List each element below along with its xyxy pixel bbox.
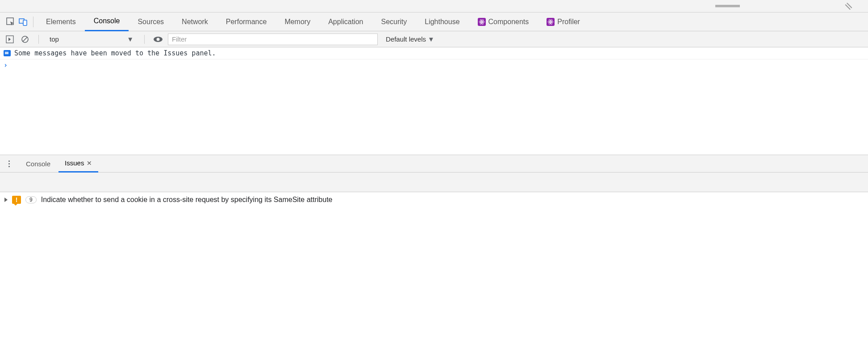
issues-panel: ! 9 Indicate whether to send a cookie in…: [0, 192, 868, 207]
svg-rect-2: [23, 20, 27, 25]
drawer-tab-issues[interactable]: Issues ✕: [58, 155, 98, 173]
divider: [33, 17, 33, 27]
issue-row[interactable]: ! 9 Indicate whether to send a cookie in…: [4, 196, 864, 204]
prompt-chevron-icon: ›: [4, 61, 8, 69]
clear-console-icon[interactable]: [20, 34, 30, 45]
levels-label: Default levels: [386, 35, 426, 43]
issue-count-badge: 9: [25, 196, 37, 203]
tab-label: Console: [94, 17, 120, 25]
tab-security[interactable]: Security: [372, 13, 416, 31]
tab-label: Components: [488, 18, 529, 26]
console-toolbar: top ▼ Default levels ▼: [0, 31, 868, 47]
log-levels-selector[interactable]: Default levels ▼: [382, 35, 438, 43]
tab-label: Sources: [138, 18, 164, 26]
resize-handle-icon[interactable]: [845, 2, 852, 9]
tab-label: Security: [381, 18, 407, 26]
tab-label: Profiler: [557, 18, 580, 26]
drawer-tab-console[interactable]: Console: [20, 155, 57, 173]
info-message: Some messages have been moved to the Iss…: [14, 49, 216, 57]
tab-components[interactable]: Components: [469, 13, 538, 31]
tab-network[interactable]: Network: [173, 13, 217, 31]
main-tab-bar: Elements Console Sources Network Perform…: [0, 13, 868, 31]
tab-elements[interactable]: Elements: [37, 13, 85, 31]
tab-label: Memory: [284, 18, 310, 26]
chevron-down-icon: ▼: [428, 35, 434, 43]
divider: [38, 35, 39, 44]
tab-profiler[interactable]: Profiler: [538, 13, 589, 31]
close-icon[interactable]: ✕: [87, 160, 92, 167]
drawer-tab-label: Issues: [65, 159, 84, 167]
console-prompt-row[interactable]: ›: [0, 59, 868, 71]
drawer-tab-label: Console: [26, 160, 50, 168]
svg-point-3: [481, 21, 482, 22]
tab-performance[interactable]: Performance: [217, 13, 276, 31]
filter-input[interactable]: [168, 34, 378, 45]
react-icon: [478, 18, 486, 26]
tab-label: Elements: [46, 18, 76, 26]
tab-lighthouse[interactable]: Lighthouse: [416, 13, 468, 31]
drawer-tab-bar: Console Issues ✕: [0, 155, 868, 173]
context-label: top: [50, 35, 59, 43]
expand-arrow-icon[interactable]: [4, 198, 8, 202]
tab-label: Network: [182, 18, 208, 26]
tab-label: Performance: [226, 18, 267, 26]
tab-console[interactable]: Console: [85, 13, 129, 31]
drag-handle-icon[interactable]: [715, 5, 740, 7]
drawer-toolbar-spacer: [0, 173, 868, 192]
issues-icon: [4, 50, 11, 56]
tab-memory[interactable]: Memory: [275, 13, 319, 31]
context-selector[interactable]: top ▼: [47, 34, 136, 44]
svg-line-13: [23, 37, 27, 42]
divider: [144, 35, 145, 44]
tab-label: Lighthouse: [425, 18, 459, 26]
toggle-sidebar-icon[interactable]: [4, 34, 15, 45]
svg-point-15: [157, 38, 160, 41]
tab-label: Application: [328, 18, 363, 26]
react-icon: [547, 18, 555, 26]
console-output: Some messages have been moved to the Iss…: [0, 47, 868, 155]
more-tabs-icon[interactable]: [4, 160, 13, 167]
tab-sources[interactable]: Sources: [129, 13, 173, 31]
device-toolbar-icon[interactable]: [17, 17, 29, 26]
chevron-down-icon: ▼: [127, 35, 134, 43]
tab-application[interactable]: Application: [319, 13, 372, 31]
window-top-strip: [0, 0, 868, 13]
inspect-element-icon[interactable]: [4, 17, 17, 26]
warning-badge-icon: !: [12, 196, 21, 204]
issues-info-row[interactable]: Some messages have been moved to the Iss…: [0, 47, 868, 59]
issue-message: Indicate whether to send a cookie in a c…: [41, 196, 333, 204]
live-expression-icon[interactable]: [153, 34, 163, 45]
svg-point-7: [550, 21, 551, 22]
